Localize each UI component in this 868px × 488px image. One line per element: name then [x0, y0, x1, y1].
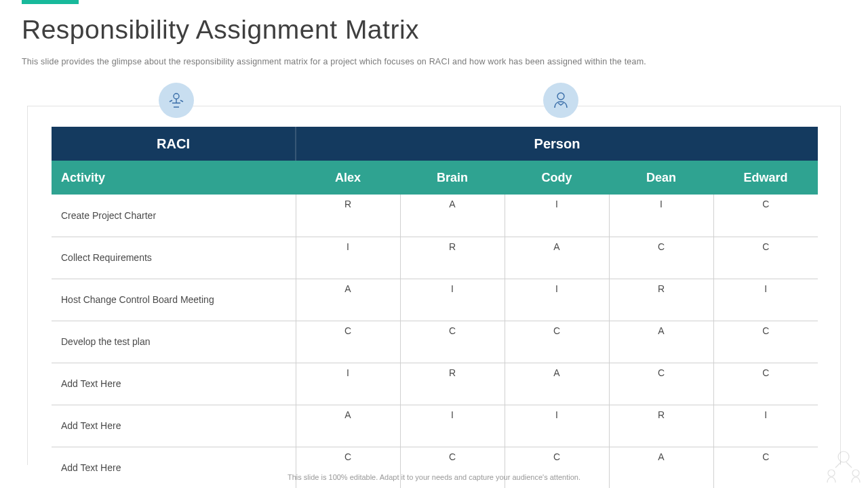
value-cell: A [609, 321, 713, 363]
svg-point-3 [828, 470, 835, 476]
table-row: Add Text Here A I I R I [52, 405, 818, 447]
value-cell: R [400, 237, 505, 279]
value-cell: I [400, 279, 505, 321]
col-person-3: Dean [609, 161, 713, 195]
table-row: Collect Requirements I R A C C [52, 237, 818, 279]
table-row: Add Text Here I R A C C [52, 363, 818, 405]
footer-note: This slide is 100% editable. Adapt it to… [0, 473, 868, 481]
value-cell: C [505, 321, 609, 363]
col-person-4: Edward [713, 161, 818, 195]
value-cell: I [505, 405, 609, 447]
value-cell: C [713, 363, 818, 405]
slide-subtitle: This slide provides the glimpse about th… [22, 57, 646, 66]
value-cell: C [609, 363, 713, 405]
table-row: Host Change Control Board Meeting A I I … [52, 279, 818, 321]
header-activity: Activity [52, 161, 296, 195]
value-cell: A [505, 363, 609, 405]
value-cell: A [296, 279, 400, 321]
value-cell: C [400, 321, 505, 363]
activity-cell: Add Text Here [52, 405, 296, 447]
col-person-1: Brain [400, 161, 505, 195]
accent-bar [22, 0, 79, 4]
svg-point-4 [852, 470, 859, 476]
value-cell: C [505, 447, 609, 488]
value-cell: A [505, 237, 609, 279]
value-cell: A [400, 195, 505, 237]
value-cell: A [296, 405, 400, 447]
value-cell: I [296, 237, 400, 279]
activity-cell: Host Change Control Board Meeting [52, 279, 296, 321]
value-cell: C [400, 447, 505, 488]
value-cell: I [400, 405, 505, 447]
table-row: Develop the test plan C C C A C [52, 321, 818, 363]
value-cell: I [505, 195, 609, 237]
activity-cell: Add Text Here [52, 447, 296, 488]
value-cell: I [296, 363, 400, 405]
raci-icon [159, 83, 194, 118]
value-cell: I [713, 405, 818, 447]
value-cell: C [609, 237, 713, 279]
activity-cell: Collect Requirements [52, 237, 296, 279]
svg-point-1 [557, 93, 564, 100]
raci-matrix: RACI Person Activity Alex Brain Cody Dea… [52, 127, 818, 488]
person-icon [543, 83, 578, 118]
value-cell: C [713, 321, 818, 363]
value-cell: I [505, 279, 609, 321]
col-person-2: Cody [505, 161, 609, 195]
value-cell: R [609, 279, 713, 321]
value-cell: C [713, 195, 818, 237]
activity-cell: Add Text Here [52, 363, 296, 405]
header-person: Person [296, 127, 818, 161]
value-cell: A [609, 447, 713, 488]
svg-point-2 [838, 451, 849, 462]
activity-cell: Create Project Charter [52, 195, 296, 237]
value-cell: I [713, 279, 818, 321]
slide-title: Responsibility Assignment Matrix [22, 15, 419, 45]
activity-cell: Develop the test plan [52, 321, 296, 363]
table-row: Create Project Charter R A I I C [52, 195, 818, 237]
value-cell: R [400, 363, 505, 405]
value-cell: C [713, 237, 818, 279]
svg-point-0 [174, 94, 179, 99]
value-cell: C [713, 447, 818, 488]
matrix-panel: RACI Person Activity Alex Brain Cody Dea… [27, 106, 841, 465]
people-decor-icon [823, 447, 864, 484]
value-cell: C [296, 447, 400, 488]
value-cell: R [609, 405, 713, 447]
value-cell: C [296, 321, 400, 363]
col-person-0: Alex [296, 161, 400, 195]
header-raci: RACI [52, 127, 296, 161]
value-cell: R [296, 195, 400, 237]
table-row: Add Text Here C C C A C [52, 447, 818, 488]
value-cell: I [609, 195, 713, 237]
